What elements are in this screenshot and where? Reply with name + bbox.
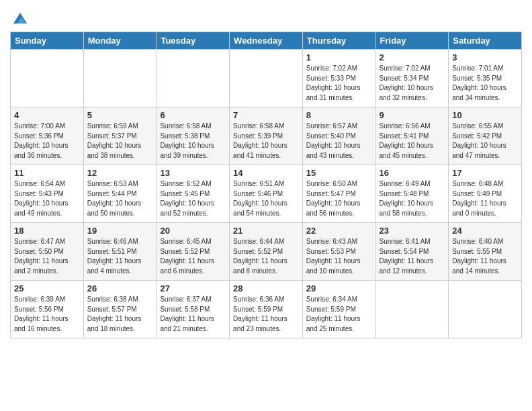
day-number: 13 — [160, 168, 226, 178]
calendar-cell: 6Sunrise: 6:58 AMSunset: 5:38 PMDaylight… — [157, 107, 230, 165]
day-number: 19 — [87, 226, 153, 236]
calendar-cell: 19Sunrise: 6:46 AMSunset: 5:51 PMDayligh… — [83, 223, 157, 281]
day-info: Sunrise: 6:43 AMSunset: 5:53 PMDaylight:… — [306, 238, 361, 275]
day-info: Sunrise: 6:40 AMSunset: 5:55 PMDaylight:… — [452, 238, 506, 275]
day-info: Sunrise: 6:39 AMSunset: 5:56 PMDaylight:… — [14, 295, 69, 332]
day-number: 7 — [233, 110, 299, 120]
header — [10, 7, 522, 26]
day-info: Sunrise: 6:52 AMSunset: 5:45 PMDaylight:… — [160, 180, 214, 217]
day-info: Sunrise: 7:01 AMSunset: 5:35 PMDaylight:… — [452, 64, 506, 101]
calendar-week-4: 18Sunrise: 6:47 AMSunset: 5:50 PMDayligh… — [11, 223, 522, 281]
calendar: SundayMondayTuesdayWednesdayThursdayFrid… — [10, 32, 522, 338]
calendar-cell: 4Sunrise: 7:00 AMSunset: 5:36 PMDaylight… — [11, 107, 84, 165]
calendar-cell: 25Sunrise: 6:39 AMSunset: 5:56 PMDayligh… — [11, 281, 84, 338]
day-number: 3 — [452, 52, 518, 62]
day-info: Sunrise: 6:49 AMSunset: 5:48 PMDaylight:… — [380, 180, 434, 217]
calendar-cell — [449, 281, 522, 338]
calendar-week-1: 1Sunrise: 7:02 AMSunset: 5:33 PMDaylight… — [11, 50, 522, 107]
day-number: 25 — [14, 283, 80, 293]
day-number: 14 — [233, 168, 299, 178]
day-number: 16 — [380, 168, 445, 178]
day-info: Sunrise: 6:45 AMSunset: 5:52 PMDaylight:… — [160, 238, 214, 275]
day-number: 20 — [160, 226, 226, 236]
calendar-cell: 7Sunrise: 6:58 AMSunset: 5:39 PMDaylight… — [230, 107, 303, 165]
page: SundayMondayTuesdayWednesdayThursdayFrid… — [0, 0, 532, 411]
calendar-cell: 15Sunrise: 6:50 AMSunset: 5:47 PMDayligh… — [302, 165, 375, 223]
day-number: 28 — [233, 283, 299, 293]
day-number: 17 — [452, 168, 518, 178]
calendar-cell: 23Sunrise: 6:41 AMSunset: 5:54 PMDayligh… — [375, 223, 449, 281]
day-info: Sunrise: 6:58 AMSunset: 5:39 PMDaylight:… — [233, 122, 287, 159]
calendar-cell — [157, 50, 230, 107]
calendar-cell: 20Sunrise: 6:45 AMSunset: 5:52 PMDayligh… — [157, 223, 230, 281]
calendar-cell: 27Sunrise: 6:37 AMSunset: 5:58 PMDayligh… — [157, 281, 230, 338]
day-info: Sunrise: 6:36 AMSunset: 5:59 PMDaylight:… — [233, 295, 287, 332]
day-info: Sunrise: 7:02 AMSunset: 5:33 PMDaylight:… — [306, 64, 361, 101]
calendar-cell: 12Sunrise: 6:53 AMSunset: 5:44 PMDayligh… — [83, 165, 157, 223]
calendar-cell: 17Sunrise: 6:48 AMSunset: 5:49 PMDayligh… — [449, 165, 522, 223]
day-info: Sunrise: 6:47 AMSunset: 5:50 PMDaylight:… — [14, 238, 69, 275]
day-number: 4 — [14, 110, 80, 120]
day-info: Sunrise: 7:00 AMSunset: 5:36 PMDaylight:… — [14, 122, 69, 159]
day-number: 2 — [380, 52, 445, 62]
day-info: Sunrise: 6:34 AMSunset: 5:59 PMDaylight:… — [306, 295, 361, 332]
day-info: Sunrise: 6:46 AMSunset: 5:51 PMDaylight:… — [87, 238, 142, 275]
day-info: Sunrise: 6:59 AMSunset: 5:37 PMDaylight:… — [87, 122, 142, 159]
day-number: 10 — [452, 110, 518, 120]
calendar-cell: 14Sunrise: 6:51 AMSunset: 5:46 PMDayligh… — [230, 165, 303, 223]
calendar-header-thursday: Thursday — [302, 32, 375, 50]
day-number: 15 — [306, 168, 372, 178]
day-number: 1 — [306, 52, 372, 62]
calendar-week-5: 25Sunrise: 6:39 AMSunset: 5:56 PMDayligh… — [11, 281, 522, 338]
day-number: 27 — [160, 283, 226, 293]
calendar-cell: 22Sunrise: 6:43 AMSunset: 5:53 PMDayligh… — [302, 223, 375, 281]
day-number: 11 — [14, 168, 80, 178]
calendar-cell: 8Sunrise: 6:57 AMSunset: 5:40 PMDaylight… — [302, 107, 375, 165]
calendar-cell: 3Sunrise: 7:01 AMSunset: 5:35 PMDaylight… — [449, 50, 522, 107]
day-info: Sunrise: 6:57 AMSunset: 5:40 PMDaylight:… — [306, 122, 361, 159]
day-number: 23 — [380, 226, 445, 236]
day-number: 18 — [14, 226, 80, 236]
logo-icon — [12, 10, 28, 26]
calendar-header-tuesday: Tuesday — [157, 32, 230, 50]
day-number: 9 — [380, 110, 445, 120]
calendar-cell: 24Sunrise: 6:40 AMSunset: 5:55 PMDayligh… — [449, 223, 522, 281]
calendar-cell: 26Sunrise: 6:38 AMSunset: 5:57 PMDayligh… — [83, 281, 157, 338]
day-info: Sunrise: 6:53 AMSunset: 5:44 PMDaylight:… — [87, 180, 142, 217]
calendar-cell: 21Sunrise: 6:44 AMSunset: 5:52 PMDayligh… — [230, 223, 303, 281]
day-info: Sunrise: 6:54 AMSunset: 5:43 PMDaylight:… — [14, 180, 69, 217]
day-number: 21 — [233, 226, 299, 236]
day-number: 26 — [87, 283, 153, 293]
calendar-cell: 5Sunrise: 6:59 AMSunset: 5:37 PMDaylight… — [83, 107, 157, 165]
calendar-cell: 28Sunrise: 6:36 AMSunset: 5:59 PMDayligh… — [230, 281, 303, 338]
day-info: Sunrise: 6:48 AMSunset: 5:49 PMDaylight:… — [452, 180, 506, 217]
day-number: 22 — [306, 226, 372, 236]
day-info: Sunrise: 6:56 AMSunset: 5:41 PMDaylight:… — [380, 122, 434, 159]
calendar-header-wednesday: Wednesday — [230, 32, 303, 50]
day-number: 6 — [160, 110, 226, 120]
day-info: Sunrise: 6:58 AMSunset: 5:38 PMDaylight:… — [160, 122, 214, 159]
calendar-cell: 13Sunrise: 6:52 AMSunset: 5:45 PMDayligh… — [157, 165, 230, 223]
day-number: 29 — [306, 283, 372, 293]
calendar-header-saturday: Saturday — [449, 32, 522, 50]
calendar-cell: 18Sunrise: 6:47 AMSunset: 5:50 PMDayligh… — [11, 223, 84, 281]
calendar-header-friday: Friday — [375, 32, 449, 50]
day-number: 5 — [87, 110, 153, 120]
calendar-cell: 11Sunrise: 6:54 AMSunset: 5:43 PMDayligh… — [11, 165, 84, 223]
day-info: Sunrise: 7:02 AMSunset: 5:34 PMDaylight:… — [380, 64, 434, 101]
day-info: Sunrise: 6:38 AMSunset: 5:57 PMDaylight:… — [87, 295, 142, 332]
logo — [10, 10, 28, 26]
calendar-cell — [375, 281, 449, 338]
calendar-cell — [83, 50, 157, 107]
day-number: 12 — [87, 168, 153, 178]
day-number: 24 — [452, 226, 518, 236]
calendar-header-row: SundayMondayTuesdayWednesdayThursdayFrid… — [11, 32, 522, 50]
calendar-cell: 16Sunrise: 6:49 AMSunset: 5:48 PMDayligh… — [375, 165, 449, 223]
day-number: 8 — [306, 110, 372, 120]
day-info: Sunrise: 6:51 AMSunset: 5:46 PMDaylight:… — [233, 180, 287, 217]
calendar-cell: 29Sunrise: 6:34 AMSunset: 5:59 PMDayligh… — [302, 281, 375, 338]
calendar-cell: 1Sunrise: 7:02 AMSunset: 5:33 PMDaylight… — [302, 50, 375, 107]
day-info: Sunrise: 6:44 AMSunset: 5:52 PMDaylight:… — [233, 238, 287, 275]
calendar-header-sunday: Sunday — [11, 32, 84, 50]
day-info: Sunrise: 6:50 AMSunset: 5:47 PMDaylight:… — [306, 180, 361, 217]
